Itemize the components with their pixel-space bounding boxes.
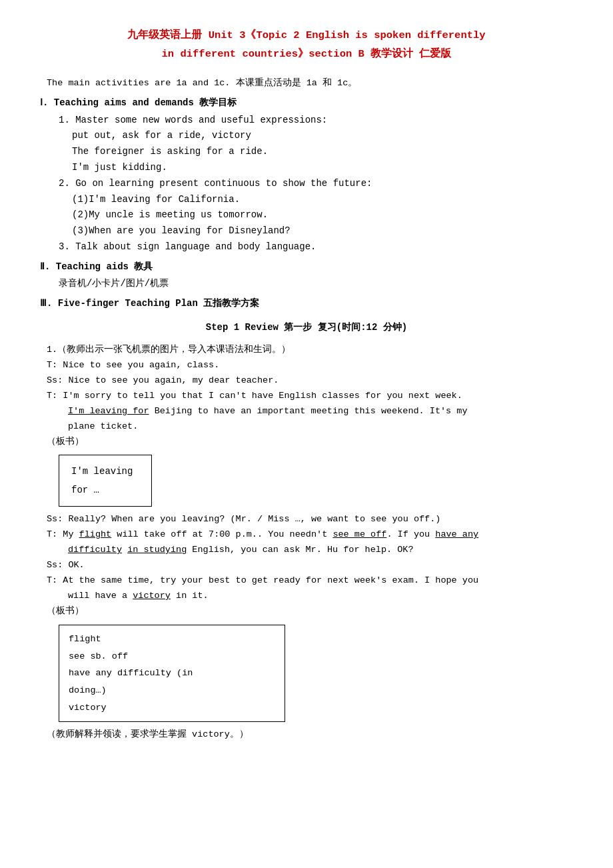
box1-line2: for … xyxy=(71,481,139,499)
box2-line3: have any difficulty (in xyxy=(69,665,275,682)
have-any-underline: have any xyxy=(435,529,478,539)
activity1-T4-line2: will have a victory in it. xyxy=(40,589,573,604)
activity1-T2-pre: T: I'm sorry to tell you that I can't ha… xyxy=(40,389,573,404)
box2-line4: doing…) xyxy=(69,682,275,699)
activity1-Ss1: Ss: Nice to see you again, my dear teach… xyxy=(40,373,573,389)
section-II-content: 录音机/小卡片/图片/机票 xyxy=(40,276,573,292)
section-I-sub1: (1)I'm leaving for California. xyxy=(40,192,573,208)
box2-line2: see sb. off xyxy=(69,648,275,665)
activity1-Ss3: Ss: OK. xyxy=(40,558,573,573)
box2-line5: victory xyxy=(69,699,275,717)
note2: （板书） xyxy=(40,604,573,619)
activity1-T3-line2: difficulty in studying English, you can … xyxy=(40,543,573,558)
flight-underline: flight xyxy=(79,529,112,539)
box2-line1: flight xyxy=(69,631,275,648)
box1-line1: I'm leaving xyxy=(71,462,139,481)
section-I-item3: 3. Talk about sign language and body lan… xyxy=(40,239,573,255)
activity1-T1: T: Nice to see you again, class. xyxy=(40,358,573,373)
leaving-for-underline: I'm leaving for xyxy=(68,406,149,416)
section-I-sub2: (2)My uncle is meeting us tomorrow. xyxy=(40,207,573,223)
activity1-T3-line1: T: My flight will take off at 7:00 p.m..… xyxy=(40,527,573,543)
page-title: 九年级英语上册 Unit 3《Topic 2 English is spoken… xyxy=(40,27,573,64)
see-me-off-underline: see me off xyxy=(332,529,386,539)
victory-underline: victory xyxy=(133,591,171,601)
section-I-example1: The foreigner is asking for a ride. xyxy=(40,144,573,160)
section-II-heading: Ⅱ. Teaching aids 教具 xyxy=(40,259,573,275)
step1-heading: Step 1 Review 第一步 复习(时间:12 分钟) xyxy=(40,320,573,336)
main-activity-text: The main activities are 1a and 1c. 本课重点活… xyxy=(40,76,573,91)
blackboard-box1: I'm leaving for … xyxy=(59,455,152,507)
in-studying-underline: in studying xyxy=(127,545,187,555)
activity1-T2-line3: plane ticket. xyxy=(40,419,573,435)
difficulty-underline: difficulty xyxy=(68,545,122,555)
section-I-example2: I'm just kidding. xyxy=(40,160,573,176)
section-I-expressions: put out, ask for a ride, victory xyxy=(40,128,573,144)
note1: （板书） xyxy=(40,435,573,450)
activity1-Ss2: Ss: Really? When are you leaving? (Mr. /… xyxy=(40,512,573,527)
activity1-T4-line1: T: At the same time, try your best to ge… xyxy=(40,573,573,589)
section-I-item2: 2. Go on learning present continuous to … xyxy=(40,176,573,192)
activity1-T2-line2: I'm leaving for Beijing to have an impor… xyxy=(40,404,573,419)
blackboard-box2: flight see sb. off have any difficulty (… xyxy=(59,625,285,722)
teacher-note: （教师解释并领读，要求学生掌握 victory。） xyxy=(40,727,573,743)
section-III-heading: Ⅲ. Five-finger Teaching Plan 五指教学方案 xyxy=(40,296,573,312)
activity1-intro: 1.（教师出示一张飞机票的图片，导入本课语法和生词。） xyxy=(40,343,573,358)
page-container: 九年级英语上册 Unit 3《Topic 2 English is spoken… xyxy=(40,27,573,743)
section-I-item1: 1. Master some new words and useful expr… xyxy=(40,113,573,129)
section-I-heading: Ⅰ. Teaching aims and demands 教学目标 xyxy=(40,95,573,111)
section-I-sub3: (3)When are you leaving for Disneyland? xyxy=(40,223,573,239)
